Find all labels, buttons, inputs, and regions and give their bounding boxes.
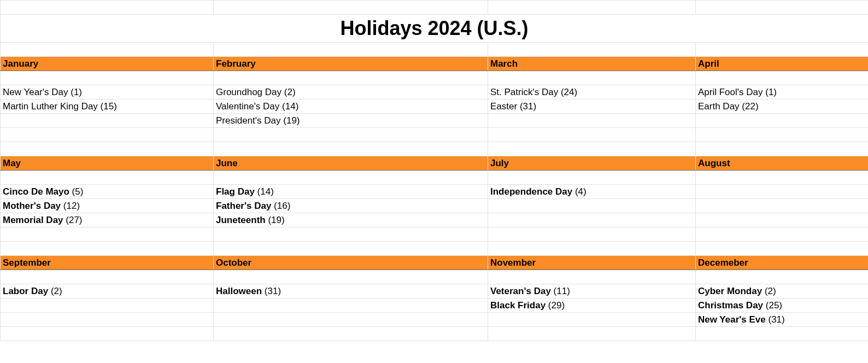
holiday-cell: Cyber Monday (2) <box>696 284 869 298</box>
holiday-name: April Fool's Day <box>698 87 763 97</box>
holiday-cell: Martin Luther King Day (15) <box>1 99 214 114</box>
holiday-name: Father's Day <box>216 201 271 211</box>
holiday-cell: New Year's Day (1) <box>1 85 214 99</box>
holiday-name: Black Friday <box>490 300 546 311</box>
month-header: March <box>488 57 696 71</box>
holiday-cell: Father's Day (16) <box>214 199 488 213</box>
holiday-cell: St. Patrick's Day (24) <box>488 85 696 99</box>
holiday-cell <box>214 227 488 242</box>
holiday-cell: New Year's Eve (31) <box>696 313 869 327</box>
holiday-day: (31) <box>520 101 536 112</box>
holiday-cell: Mother's Day (12) <box>1 199 214 213</box>
holiday-cell <box>1 313 214 327</box>
holiday-name: Independence Day <box>490 186 572 197</box>
holiday-calendar-table: Holidays 2024 (U.S.)JanuaryFebruaryMarch… <box>0 0 868 341</box>
holiday-name: Memorial Day <box>3 215 63 225</box>
holiday-cell <box>488 313 696 327</box>
holiday-cell: Groundhog Day (2) <box>214 85 488 99</box>
holiday-cell: Halloween (31) <box>214 284 488 298</box>
holiday-day: (27) <box>66 215 82 225</box>
holiday-cell <box>488 128 696 142</box>
holiday-cell: President's Day (19) <box>214 114 488 128</box>
holiday-cell: April Fool's Day (1) <box>696 85 869 99</box>
holiday-cell <box>1 128 214 142</box>
holiday-name: Earth Day <box>698 101 740 112</box>
holiday-cell <box>1 327 214 341</box>
holiday-day: (12) <box>63 201 80 211</box>
holiday-day: (2) <box>284 87 296 97</box>
month-header: June <box>214 156 488 171</box>
holiday-cell <box>696 213 869 227</box>
holiday-cell: Earth Day (22) <box>696 99 869 114</box>
month-header: July <box>488 156 696 171</box>
holiday-name: Cinco De Mayo <box>3 186 69 197</box>
month-header: August <box>696 156 869 171</box>
holiday-cell <box>214 242 488 256</box>
holiday-cell <box>696 142 869 156</box>
holiday-cell <box>1 242 214 256</box>
holiday-day: (15) <box>101 101 117 112</box>
holiday-name: Veteran's Day <box>490 286 551 296</box>
holiday-day: (11) <box>554 286 570 296</box>
holiday-cell <box>488 213 696 227</box>
holiday-day: (14) <box>282 101 298 112</box>
page-title: Holidays 2024 (U.S.) <box>1 15 869 43</box>
month-header: Decemeber <box>696 256 869 270</box>
holiday-day: (31) <box>769 314 785 325</box>
holiday-cell <box>488 199 696 213</box>
holiday-name: Cyber Monday <box>698 286 762 296</box>
month-header: February <box>214 57 488 71</box>
holiday-day: (16) <box>274 201 290 211</box>
holiday-cell <box>696 199 869 213</box>
holiday-cell: Black Friday (29) <box>488 298 696 313</box>
holiday-cell <box>696 128 869 142</box>
month-header: April <box>696 57 869 71</box>
holiday-cell <box>488 114 696 128</box>
holiday-cell <box>488 227 696 242</box>
holiday-cell <box>696 114 869 128</box>
holiday-cell <box>1 227 214 242</box>
holiday-name: Labor Day <box>3 286 48 296</box>
holiday-cell <box>214 128 488 142</box>
holiday-day: (2) <box>765 286 776 296</box>
holiday-cell: Memorial Day (27) <box>1 213 214 227</box>
holiday-cell <box>488 242 696 256</box>
month-header: November <box>488 256 696 270</box>
holiday-cell: Cinco De Mayo (5) <box>1 185 214 199</box>
holiday-day: (29) <box>548 300 565 311</box>
holiday-cell <box>696 185 869 199</box>
holiday-cell <box>1 114 214 128</box>
holiday-name: Flag Day <box>216 186 255 197</box>
holiday-cell: Christmas Day (25) <box>696 298 869 313</box>
holiday-name: President's Day <box>216 115 281 126</box>
holiday-day: (19) <box>268 215 284 225</box>
holiday-cell <box>696 327 869 341</box>
holiday-cell <box>488 327 696 341</box>
holiday-cell <box>214 298 488 313</box>
holiday-cell <box>488 142 696 156</box>
month-header: May <box>1 156 214 171</box>
holiday-day: (22) <box>742 101 758 112</box>
holiday-name: Mother's Day <box>3 201 61 211</box>
holiday-day: (25) <box>766 300 782 311</box>
holiday-day: (19) <box>283 115 300 126</box>
holiday-cell: Easter (31) <box>488 99 696 114</box>
holiday-cell <box>696 227 869 242</box>
holiday-cell: Veteran's Day (11) <box>488 284 696 298</box>
holiday-cell: Valentine's Day (14) <box>214 99 488 114</box>
holiday-cell: Juneteenth (19) <box>214 213 488 227</box>
holiday-day: (24) <box>561 87 577 97</box>
holiday-cell <box>214 327 488 341</box>
holiday-day: (31) <box>265 286 281 296</box>
holiday-name: Martin Luther King Day <box>3 101 98 112</box>
holiday-name: Christmas Day <box>698 300 763 311</box>
holiday-day: (14) <box>257 186 274 197</box>
holiday-name: Valentine's Day <box>216 101 279 112</box>
holiday-day: (2) <box>51 286 62 296</box>
holiday-cell <box>214 313 488 327</box>
holiday-name: New Year's Eve <box>698 314 766 325</box>
holiday-cell <box>1 142 214 156</box>
holiday-name: New Year's Day <box>3 87 68 97</box>
month-header: September <box>1 256 214 270</box>
holiday-cell: Independence Day (4) <box>488 185 696 199</box>
